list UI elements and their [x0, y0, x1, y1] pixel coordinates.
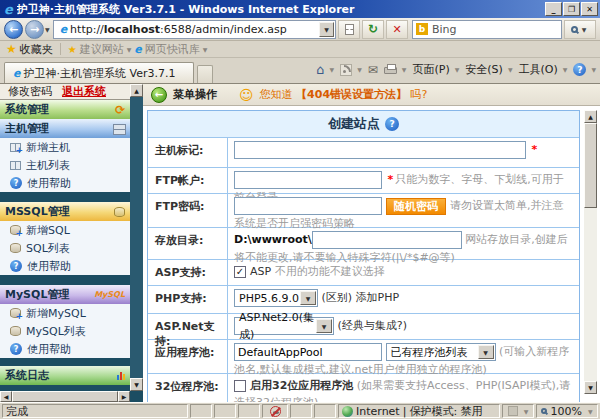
pool32-checkbox[interactable] [234, 380, 246, 392]
php-extra-text[interactable]: (区别) 添加PHP [322, 291, 400, 304]
change-password-link[interactable]: 修改密码 [8, 84, 52, 99]
scroll-down-button[interactable]: ▼ [584, 381, 597, 394]
asp-checkbox[interactable]: ✓ [234, 266, 246, 278]
compatibility-view-button[interactable] [338, 20, 360, 39]
sidebar-item-mysql-help[interactable]: ?使用帮助 [0, 340, 130, 358]
close-button[interactable]: ✕ [581, 2, 598, 16]
sidebar-item-add-mysql[interactable]: 新增MySQL [0, 304, 130, 322]
active-tab[interactable]: e 护卫神·主机管理系统 Ver3.7.1 [4, 62, 194, 83]
status-options-segment[interactable]: ▼ [502, 404, 534, 418]
sidebar-item-host-help[interactable]: ?使用帮助 [0, 174, 130, 192]
scroll-left-button[interactable]: ◀ [0, 391, 12, 402]
aspnet-version-select[interactable]: ASP.Net2.0(集成) [234, 317, 334, 335]
read-mail-button[interactable]: ✉ [368, 63, 378, 77]
restore-button[interactable]: ❐ [563, 2, 580, 16]
app-pool-input[interactable] [234, 343, 382, 361]
address-bar: ← → ▼ e http://localhost:6588/admin/inde… [0, 18, 600, 41]
scrollbar-thumb[interactable] [12, 391, 118, 402]
required-marker: * [388, 173, 394, 186]
scroll-right-button[interactable]: ▶ [118, 391, 130, 402]
tab-title: 护卫神·主机管理系统 Ver3.7.1 [23, 66, 175, 81]
search-button[interactable]: ▼ [564, 20, 596, 39]
sidebar-section-mssql[interactable]: MSSQL管理 [0, 202, 130, 221]
ftp-password-input[interactable] [234, 197, 382, 215]
help-button[interactable]: ?▼ [573, 63, 596, 76]
page-content: 修改密码 退出系统 系统管理⟳ 主机管理 新增主机 主机列表 ?使用帮助 MSS… [0, 84, 600, 402]
status-segment [190, 404, 212, 418]
sidebar-vertical-scrollbar[interactable]: ▲ ▼ [130, 84, 143, 391]
rss-icon [340, 64, 352, 76]
asp-label: ASP支持: [148, 260, 228, 285]
security-menu-button[interactable]: 安全(S)▼ [465, 62, 512, 77]
back-button[interactable]: ← [4, 20, 23, 39]
ftp-password-label: FTP密码: [148, 194, 228, 227]
favorites-button[interactable]: 收藏夹 [20, 42, 53, 57]
search-text: Bing [432, 23, 558, 36]
divider [60, 43, 61, 55]
sidebar-item-mysql-list[interactable]: MySQL列表 [0, 322, 130, 340]
refresh-button[interactable]: ↻ [362, 20, 384, 39]
host-list-icon [10, 161, 21, 170]
zoom-control[interactable]: 100% ▼ [536, 404, 598, 418]
feeds-button[interactable]: ▼ [340, 64, 362, 76]
search-options-icon[interactable]: ▼ [582, 26, 587, 33]
title-bar: e 护卫神·主机管理系统 Ver3.7.1 - Windows Internet… [0, 0, 600, 18]
suggested-sites-button[interactable]: 建议网站 [80, 42, 124, 57]
server-icon [113, 124, 125, 134]
web-slices-button[interactable]: 网页快讯库 [145, 42, 200, 57]
row-ftp-account: FTP帐户: *只能为数字、字母、下划线,可用于前台登录 [148, 167, 579, 193]
random-password-button[interactable]: 随机密码 [386, 198, 446, 215]
sidebar-section-logs[interactable]: 系统日志 [0, 366, 130, 385]
new-tab-button[interactable] [197, 65, 213, 83]
sidebar-item-sql-list[interactable]: SQL列表 [0, 239, 130, 257]
page-icon: e [60, 23, 67, 36]
home-button[interactable]: ⌂▼ [316, 62, 334, 77]
menu-back-button[interactable]: ← [151, 87, 167, 103]
window-title: 护卫神·主机管理系统 Ver3.7.1 - Windows Internet E… [17, 2, 544, 17]
sidebar-section-host[interactable]: 主机管理 [0, 119, 130, 138]
sidebar-horizontal-scrollbar[interactable]: ◀ ▶ [0, 391, 130, 402]
host-tag-input[interactable] [234, 141, 526, 159]
scroll-up-button[interactable]: ▲ [584, 110, 597, 123]
suggested-sites-dropdown-icon[interactable]: ▼ [127, 46, 132, 53]
logout-link[interactable]: 退出系统 [62, 84, 106, 99]
sidebar-item-sql-help[interactable]: ?使用帮助 [0, 257, 130, 275]
php-version-select[interactable]: PHP5.6.9.0 [234, 289, 318, 307]
notice-text: 您知道 【404错误设置方法】 吗? [260, 87, 428, 102]
print-button[interactable]: ▼ [384, 65, 407, 74]
minimize-button[interactable]: _ [545, 2, 562, 16]
create-site-form: 创建站点 ? 主机标记: * FTP帐户: *只能为数字、字母、下划线,可用于前… [143, 106, 600, 402]
sidebar-section-mysql[interactable]: MySQL管理MySQL [0, 285, 130, 304]
ftp-account-input[interactable] [234, 171, 382, 189]
forward-button[interactable]: → [25, 20, 44, 39]
notice-link[interactable]: 【404错误设置方法】 [296, 88, 407, 101]
row-aspnet: ASP.Net支持: ASP.Net2.0(集成) (经典与集成?) [148, 313, 579, 339]
page-menu-button[interactable]: 页面(P)▼ [412, 62, 459, 77]
url-dropdown-button[interactable]: ▼ [319, 22, 334, 37]
directory-input[interactable] [312, 231, 462, 249]
scroll-up-button[interactable]: ▲ [130, 84, 143, 97]
favorites-bar: ★ 收藏夹 ★ 建议网站 ▼ e 网页快讯库 ▼ [0, 41, 600, 58]
mssql-db-icon [114, 207, 125, 217]
sidebar-item-host-list[interactable]: 主机列表 [0, 156, 130, 174]
row-ftp-password: FTP密码: 随机密码请勿设置太简单,并注意系统是否开启强密码策略 [148, 193, 579, 227]
form-help-icon[interactable]: ? [385, 117, 399, 131]
row-host-tag: 主机标记: * [148, 137, 579, 167]
app-pool-select[interactable]: 已有程序池列表 [386, 343, 496, 361]
sidebar-section-system[interactable]: 系统管理⟳ [0, 100, 130, 119]
stop-button[interactable]: ✕ [386, 20, 408, 39]
form-vertical-scrollbar[interactable]: ▲ ▼ [584, 110, 597, 394]
scrollbar-thumb[interactable] [584, 123, 597, 208]
url-field[interactable]: e http://localhost:6588/admin/index.asp … [53, 20, 336, 39]
web-slices-dropdown-icon[interactable]: ▼ [203, 46, 208, 53]
stop-icon: ✕ [392, 23, 401, 36]
printer-icon [384, 67, 397, 74]
sidebar-menu: 系统管理⟳ 主机管理 新增主机 主机列表 ?使用帮助 MSSQL管理 新增SQL… [0, 100, 130, 391]
history-dropdown-icon[interactable]: ▼ [45, 26, 50, 33]
scroll-down-button[interactable]: ▼ [130, 378, 143, 391]
sidebar-item-add-sql[interactable]: 新增SQL [0, 221, 130, 239]
tools-menu-button[interactable]: 工具(O)▼ [519, 62, 568, 77]
search-box[interactable]: b Bing [412, 20, 562, 39]
sidebar-item-add-host[interactable]: 新增主机 [0, 138, 130, 156]
menu-operations-button[interactable]: 菜单操作 [173, 87, 217, 102]
